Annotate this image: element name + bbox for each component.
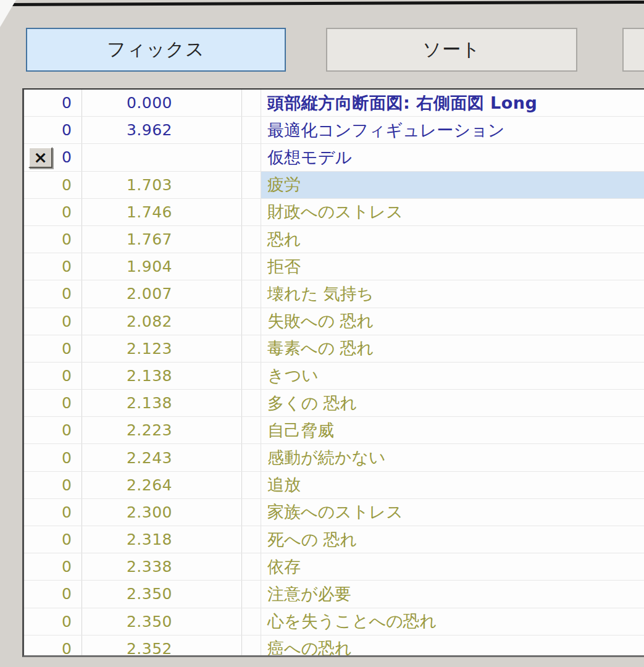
table-row[interactable]: 01.703疲労 xyxy=(24,172,644,199)
table-row[interactable]: 02.350心を失うことへの恐れ xyxy=(24,608,644,636)
row-value-cell[interactable]: 2.138 xyxy=(82,390,242,416)
row-value-cell[interactable]: 2.223 xyxy=(82,417,242,443)
table-row[interactable]: 02.350注意が必要 xyxy=(24,581,644,608)
row-flag-cell[interactable]: 0 xyxy=(24,553,82,580)
row-label-cell[interactable]: 感動が続かない xyxy=(261,444,644,471)
row-flag-cell[interactable]: 0 xyxy=(24,199,82,225)
table-row[interactable]: 00.000頭部縦方向断面図: 右側面図 Long xyxy=(24,90,644,117)
table-row[interactable]: 02.352癌への恐れ xyxy=(24,636,644,657)
row-flag-cell[interactable]: 0 xyxy=(24,280,82,307)
table-row[interactable]: 02.123毒素への 恐れ xyxy=(24,335,644,363)
table-row[interactable]: 01.746財政へのストレス xyxy=(24,199,644,226)
fix-button[interactable]: フィックス xyxy=(26,28,286,72)
row-label-cell[interactable]: 多くの 恐れ xyxy=(261,390,644,416)
table-row[interactable]: 02.138きつい xyxy=(24,363,644,390)
row-label-cell[interactable]: 恐れ xyxy=(261,226,644,253)
clipped-right-button[interactable] xyxy=(622,28,644,72)
row-value-cell[interactable]: 1.904 xyxy=(82,253,242,280)
row-flag-cell[interactable]: 0 xyxy=(24,526,82,553)
row-flag-value: 0 xyxy=(62,340,72,358)
row-label-cell[interactable]: 頭部縦方向断面図: 右側面図 Long xyxy=(261,90,644,116)
row-flag-cell[interactable]: 0 xyxy=(24,253,82,280)
table-row[interactable]: 02.223自己脅威 xyxy=(24,417,644,444)
row-value-cell[interactable]: 2.082 xyxy=(82,308,242,335)
row-value-cell[interactable]: 2.138 xyxy=(82,363,242,389)
row-flag-cell[interactable]: 0 xyxy=(24,390,82,416)
row-flag-cell[interactable]: 0 xyxy=(24,472,82,498)
table-row[interactable]: 01.767恐れ xyxy=(24,226,644,253)
row-value-cell[interactable]: 2.318 xyxy=(82,526,242,553)
row-flag-cell[interactable]: 0 xyxy=(24,444,82,471)
row-flag-cell[interactable]: 0 xyxy=(24,363,82,389)
row-value-cell[interactable]: 2.350 xyxy=(82,581,242,607)
sort-button[interactable]: ソート xyxy=(326,28,577,72)
row-flag-value: 0 xyxy=(62,421,72,439)
table-row[interactable]: 02.138多くの 恐れ xyxy=(24,390,644,417)
row-value-cell[interactable]: 2.007 xyxy=(82,280,242,307)
row-flag-cell[interactable]: 0 xyxy=(24,335,82,362)
row-value-cell[interactable]: 1.767 xyxy=(82,226,242,253)
row-value-cell[interactable]: 2.123 xyxy=(82,335,242,362)
row-flag-cell[interactable]: 0 xyxy=(24,499,82,526)
row-value-cell[interactable]: 0.000 xyxy=(82,90,242,116)
table-row[interactable]: 0×仮想モデル xyxy=(24,144,644,171)
row-spacer-cell xyxy=(242,444,261,471)
row-value-cell[interactable]: 2.243 xyxy=(82,444,242,471)
row-flag-value: 0 xyxy=(62,503,72,521)
table-row[interactable]: 02.082失敗への 恐れ xyxy=(24,308,644,335)
row-label-cell[interactable]: 依存 xyxy=(261,553,644,580)
row-flag-cell[interactable]: 0 xyxy=(24,90,82,116)
row-label-cell[interactable]: 仮想モデル xyxy=(261,144,644,170)
table-row[interactable]: 02.007壊れた 気持ち xyxy=(24,280,644,308)
row-flag-cell[interactable]: 0 xyxy=(24,308,82,335)
row-label-cell[interactable]: 追放 xyxy=(261,472,644,498)
row-label-cell[interactable]: 毒素への 恐れ xyxy=(261,335,644,362)
row-label-cell[interactable]: 拒否 xyxy=(261,253,644,280)
row-flag-value: 0 xyxy=(62,476,72,494)
row-value: 1.767 xyxy=(127,230,172,248)
row-value: 2.082 xyxy=(127,313,172,330)
row-label-cell[interactable]: 心を失うことへの恐れ xyxy=(261,608,644,635)
row-label-cell[interactable]: 自己脅威 xyxy=(261,417,644,443)
row-label-cell[interactable]: 失敗への 恐れ xyxy=(261,308,644,335)
row-label-cell[interactable]: 死への 恐れ xyxy=(261,526,644,553)
row-value-cell[interactable]: 2.350 xyxy=(82,608,242,635)
table-row[interactable]: 02.300家族へのストレス xyxy=(24,499,644,526)
row-value-cell[interactable] xyxy=(82,144,242,170)
table-row[interactable]: 03.962最適化コンフィギュレーション xyxy=(24,117,644,144)
table-row[interactable]: 02.264追放 xyxy=(24,472,644,499)
row-flag-cell[interactable]: 0 xyxy=(24,608,82,635)
row-value-cell[interactable]: 2.300 xyxy=(82,499,242,526)
row-label-cell[interactable]: 癌への恐れ xyxy=(261,636,644,657)
table-row[interactable]: 02.338依存 xyxy=(24,553,644,581)
row-label-cell[interactable]: 財政へのストレス xyxy=(261,199,644,225)
row-label-cell[interactable]: きつい xyxy=(261,363,644,389)
row-flag-cell[interactable]: 0 xyxy=(24,117,82,143)
row-label-cell[interactable]: 最適化コンフィギュレーション xyxy=(261,117,644,143)
table-row[interactable]: 01.904拒否 xyxy=(24,253,644,280)
row-flag-cell[interactable]: 0 xyxy=(24,226,82,253)
row-value-cell[interactable]: 1.703 xyxy=(82,172,242,198)
row-value-cell[interactable]: 1.746 xyxy=(82,199,242,225)
row-flag-cell[interactable]: 0× xyxy=(24,144,82,170)
row-flag-cell[interactable]: 0 xyxy=(24,581,82,607)
row-value: 2.350 xyxy=(127,613,172,631)
row-label-cell-selected[interactable]: 疲労 xyxy=(261,172,644,198)
row-label-cell[interactable]: 注意が必要 xyxy=(261,581,644,607)
row-value-cell[interactable]: 2.352 xyxy=(82,636,242,657)
row-value-cell[interactable]: 2.338 xyxy=(82,553,242,580)
row-value-cell[interactable]: 2.264 xyxy=(82,472,242,498)
row-label-cell[interactable]: 壊れた 気持ち xyxy=(261,280,644,307)
table-row[interactable]: 02.243感動が続かない xyxy=(24,444,644,471)
close-button[interactable]: × xyxy=(28,147,52,168)
row-flag-cell[interactable]: 0 xyxy=(24,636,82,657)
row-value: 2.264 xyxy=(127,476,172,494)
row-flag-value: 0 xyxy=(62,94,72,112)
row-flag-cell[interactable]: 0 xyxy=(24,417,82,443)
row-spacer-cell xyxy=(242,636,261,657)
row-label-cell[interactable]: 家族へのストレス xyxy=(261,499,644,526)
row-flag-value: 0 xyxy=(62,394,72,412)
table-row[interactable]: 02.318死への 恐れ xyxy=(24,526,644,553)
row-value-cell[interactable]: 3.962 xyxy=(82,117,242,143)
row-flag-cell[interactable]: 0 xyxy=(24,172,82,198)
